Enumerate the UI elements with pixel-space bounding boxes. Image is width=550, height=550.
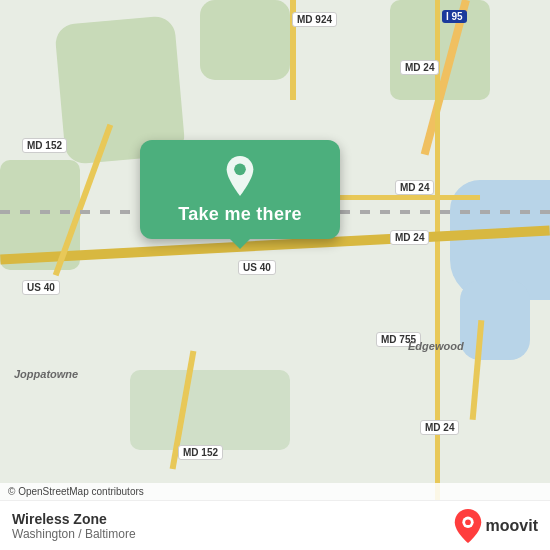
road-md24-vertical — [435, 0, 440, 550]
road-label-us40-mid: US 40 — [238, 260, 276, 275]
place-label-edgewood: Edgewood — [408, 340, 464, 352]
road-label-md24-mid2: MD 24 — [390, 230, 429, 245]
location-info: Wireless Zone Washington / Baltimore — [12, 511, 136, 541]
moovit-text: moovit — [486, 517, 538, 535]
moovit-logo: moovit — [454, 509, 538, 543]
attribution-text: © OpenStreetMap contributors — [8, 486, 144, 497]
location-pin-icon — [220, 156, 260, 196]
map-container: MD 152 MD 152 MD 24 MD 24 MD 24 MD 24 US… — [0, 0, 550, 550]
park-area-2 — [200, 0, 290, 80]
svg-point-0 — [234, 164, 246, 176]
road-label-md152-top: MD 152 — [22, 138, 67, 153]
place-label-joppatowne: Joppatowne — [14, 368, 78, 380]
park-area-5 — [130, 370, 290, 450]
road-label-md24-mid1: MD 24 — [395, 180, 434, 195]
road-label-md152-bottom: MD 152 — [178, 445, 223, 460]
road-label-i95: I 95 — [442, 10, 467, 23]
location-subtitle: Washington / Baltimore — [12, 527, 136, 541]
road-label-us40-left: US 40 — [22, 280, 60, 295]
cta-label: Take me there — [178, 204, 302, 225]
road-label-md24-bottom: MD 24 — [420, 420, 459, 435]
location-title: Wireless Zone — [12, 511, 136, 527]
road-label-md24-top: MD 24 — [400, 60, 439, 75]
take-me-there-button[interactable]: Take me there — [140, 140, 340, 239]
road-label-md924: MD 924 — [292, 12, 337, 27]
moovit-pin-icon — [454, 509, 482, 543]
info-bar: Wireless Zone Washington / Baltimore moo… — [0, 500, 550, 550]
svg-point-2 — [465, 519, 471, 525]
water-body-2 — [460, 280, 530, 360]
osm-attribution: © OpenStreetMap contributors — [0, 483, 550, 500]
